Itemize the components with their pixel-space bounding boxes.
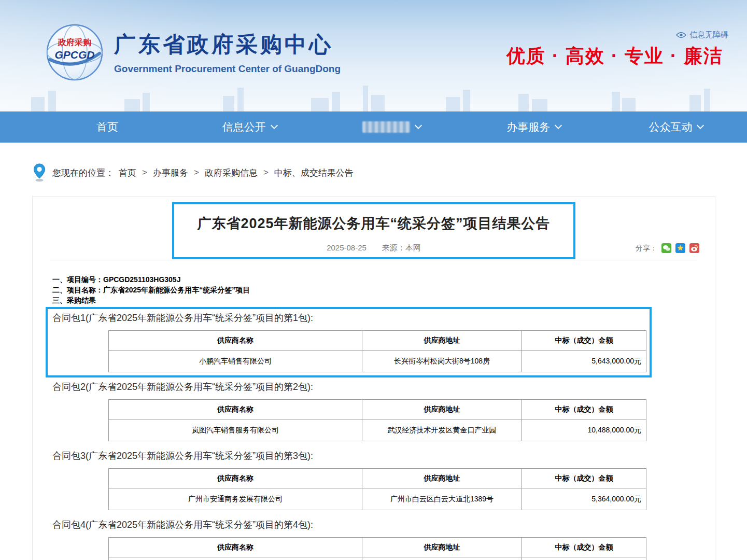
package-heading: 合同包3(广东省2025年新能源公务用车“统采分签”项目的第3包):	[52, 450, 715, 462]
site-logo[interactable]: 政府采购 GPCGD	[46, 23, 104, 81]
supplier-address: 武汉经济技术开发区黄金口产业园	[362, 419, 522, 441]
table-header-row: 供应商名称 供应商地址 中标（成交）金额	[109, 331, 646, 351]
col-award-amount: 中标（成交）金额	[522, 469, 646, 488]
city-skyline-decoration	[0, 81, 747, 111]
col-supplier-address: 供应商地址	[362, 538, 522, 557]
nav-label: 首页	[96, 120, 118, 134]
table-row: 广州市安通商务发展有限公司 广州市白云区白云大道北1389号 5,364,000…	[109, 488, 646, 510]
article-source: 来源：本网	[382, 243, 421, 253]
nav-label: 办事服务	[506, 120, 550, 134]
package-section-2: 合同包2(广东省2025年新能源公务用车“统采分签”项目的第2包): 供应商名称…	[33, 381, 715, 441]
slogan-banner: 优质 · 高效 · 专业 · 廉洁	[506, 44, 723, 69]
article-meta-row: 2025-08-25 来源：本网	[33, 243, 715, 253]
package-heading: 合同包4(广东省2025年新能源公务用车“统采分签”项目的第4包):	[52, 519, 715, 531]
table-row: 小鹏汽车销售有限公司 长兴街岑村松岗大街8号108房 5,643,000.00元	[109, 351, 646, 372]
nav-item-info-disclosure[interactable]: 信息公开	[178, 111, 320, 143]
qzone-share-icon[interactable]	[675, 243, 685, 253]
supplier-address: 长兴街岑村松岗大街8号108房	[362, 351, 522, 372]
article-title: 广东省2025年新能源公务用车“统采分签”项目结果公告	[33, 214, 715, 233]
col-supplier-address: 供应商地址	[362, 331, 522, 351]
article-date: 2025-08-25	[327, 243, 367, 253]
content-divider	[50, 260, 697, 260]
breadcrumb-services[interactable]: 办事服务	[153, 167, 188, 179]
logo-text-cn: 政府采购	[58, 37, 91, 47]
col-supplier-address: 供应商地址	[362, 469, 522, 488]
site-header: 政府采购 GPCGD 广东省政府采购中心 Government Procurem…	[0, 0, 747, 111]
package-table: 供应商名称 供应商地址 中标（成交）金额 岚图汽车销售服务有限公司 武汉经济技术…	[108, 399, 646, 441]
award-amount: 5,643,000.00元	[522, 351, 646, 372]
table-header-row: 供应商名称 供应商地址 中标（成交）金额	[109, 400, 646, 419]
breadcrumb-prefix: 您现在的位置：	[52, 167, 114, 179]
project-name: 二、项目名称：广东省2025年新能源公务用车“统采分签”项目	[52, 285, 250, 295]
supplier-address	[362, 557, 522, 560]
nav-item-home[interactable]: 首页	[36, 111, 178, 143]
location-pin-icon	[33, 163, 46, 182]
col-supplier-name: 供应商名称	[109, 538, 362, 557]
col-award-amount: 中标（成交）金额	[522, 400, 646, 419]
table-row	[109, 557, 646, 560]
package-table: 供应商名称 供应商地址 中标（成交）金额 小鹏汽车销售有限公司 长兴街岑村松岗大…	[108, 330, 646, 372]
package-table: 供应商名称 供应商地址 中标（成交）金额 广州市安通商务发展有限公司 广州市白云…	[108, 468, 646, 510]
nav-item-redacted[interactable]	[320, 111, 462, 143]
table-header-row: 供应商名称 供应商地址 中标（成交）金额	[109, 538, 646, 557]
chevron-down-icon	[555, 122, 562, 129]
breadcrumb-current: 中标、成交结果公告	[274, 167, 354, 179]
main-nav: 首页 信息公开 办事服务 公众互动	[0, 111, 747, 143]
col-supplier-name: 供应商名称	[109, 331, 362, 351]
col-supplier-name: 供应商名称	[109, 400, 362, 419]
page: 政府采购 GPCGD 广东省政府采购中心 Government Procurem…	[0, 0, 747, 560]
supplier-name: 小鹏汽车销售有限公司	[109, 351, 362, 372]
procurement-result-label: 三、采购结果	[52, 295, 250, 305]
package-section-3: 合同包3(广东省2025年新能源公务用车“统采分签”项目的第3包): 供应商名称…	[33, 450, 715, 510]
weibo-share-icon[interactable]	[689, 243, 699, 253]
breadcrumb-separator: >	[142, 167, 147, 178]
accessibility-label: 信息无障碍	[689, 30, 728, 40]
col-award-amount: 中标（成交）金额	[522, 331, 646, 351]
chevron-down-icon	[697, 122, 704, 129]
brand-text: 广东省政府采购中心 Government Procurement Center …	[114, 30, 341, 75]
col-supplier-address: 供应商地址	[362, 400, 522, 419]
accessibility-link[interactable]: 信息无障碍	[676, 30, 728, 40]
site-subtitle: Government Procurement Center of GuangDo…	[114, 63, 341, 75]
package-heading: 合同包2(广东省2025年新能源公务用车“统采分签”项目的第2包):	[52, 381, 715, 393]
supplier-name	[109, 557, 362, 560]
award-amount: 5,364,000.00元	[522, 488, 646, 510]
col-award-amount: 中标（成交）金额	[522, 538, 646, 557]
nav-label: 公众互动	[649, 120, 692, 134]
share-label: 分享：	[636, 244, 657, 253]
nav-item-services[interactable]: 办事服务	[463, 111, 605, 143]
breadcrumb: 您现在的位置： 首页 > 办事服务 > 政府采购信息 > 中标、成交结果公告	[33, 158, 354, 187]
project-meta: 一、项目编号：GPCGD251103HG305J 二、项目名称：广东省2025年…	[52, 274, 250, 305]
redacted-label	[362, 121, 410, 133]
logo-text-en: GPCGD	[54, 49, 94, 61]
package-heading: 合同包1(广东省2025年新能源公务用车“统采分签”项目的第1包):	[52, 312, 715, 324]
supplier-name: 广州市安通商务发展有限公司	[109, 488, 362, 510]
nav-label: 信息公开	[222, 120, 266, 134]
package-section-1: 合同包1(广东省2025年新能源公务用车“统采分签”项目的第1包): 供应商名称…	[33, 312, 715, 372]
breadcrumb-separator: >	[263, 167, 269, 178]
content-card: 广东省2025年新能源公务用车“统采分签”项目结果公告 2025-08-25 来…	[32, 196, 715, 560]
award-amount: 10,488,000.00元	[522, 419, 646, 441]
breadcrumb-procurement-info[interactable]: 政府采购信息	[205, 167, 258, 179]
award-amount	[522, 557, 646, 560]
breadcrumb-separator: >	[194, 167, 199, 178]
site-title: 广东省政府采购中心	[114, 30, 341, 59]
eye-icon	[676, 32, 686, 38]
col-supplier-name: 供应商名称	[109, 469, 362, 488]
table-row: 岚图汽车销售服务有限公司 武汉经济技术开发区黄金口产业园 10,488,000.…	[109, 419, 646, 441]
wechat-share-icon[interactable]	[661, 243, 671, 253]
package-section-4: 合同包4(广东省2025年新能源公务用车“统采分签”项目的第4包): 供应商名称…	[33, 519, 715, 560]
breadcrumb-home[interactable]: 首页	[119, 167, 136, 179]
supplier-address: 广州市白云区白云大道北1389号	[362, 488, 522, 510]
chevron-down-icon	[271, 122, 278, 129]
supplier-name: 岚图汽车销售服务有限公司	[109, 419, 362, 441]
table-header-row: 供应商名称 供应商地址 中标（成交）金额	[109, 469, 646, 488]
nav-item-public-interaction[interactable]: 公众互动	[605, 111, 747, 143]
chevron-down-icon	[415, 122, 422, 129]
package-table: 供应商名称 供应商地址 中标（成交）金额	[108, 537, 646, 560]
share-bar: 分享：	[636, 243, 699, 253]
project-number: 一、项目编号：GPCGD251103HG305J	[52, 274, 250, 285]
